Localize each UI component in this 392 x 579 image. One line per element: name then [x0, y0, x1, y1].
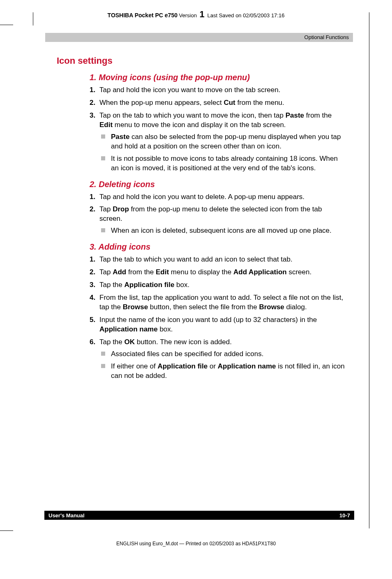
step-item: 1.Tap and hold the icon you want to move…: [99, 86, 345, 95]
subsection-deleting: 2. Deleting icons: [90, 180, 345, 189]
bullets-adding: Associated files can be specified for ad…: [99, 350, 345, 381]
bullets-moving: Paste can also be selected from the pop-…: [99, 132, 345, 173]
steps-deleting: 1.Tap and hold the icon you want to dele…: [90, 192, 345, 236]
step-item: 2.Tap Drop from the pop-up menu to delet…: [99, 205, 345, 236]
section-title: Icon settings: [57, 56, 345, 66]
subsection-moving: 1. Moving icons (using the pop-up menu): [90, 73, 345, 82]
step-item: 1.Tap the tab to which you want to add a…: [99, 255, 345, 264]
chapter-text: Optional Functions: [304, 34, 349, 40]
footer-bar: User's Manual 10-7: [44, 511, 354, 520]
saved-date: Last Saved on 02/05/2003 17:16: [207, 12, 284, 19]
steps-adding: 1.Tap the tab to which you want to add a…: [90, 255, 345, 380]
step-item: 6.Tap the OK button. The new icon is add…: [99, 338, 345, 381]
footer-print: ENGLISH using Euro_M.dot — Printed on 02…: [0, 541, 392, 547]
bullet-item: When an icon is deleted, subsequent icon…: [111, 226, 345, 236]
crop-mark: [0, 25, 13, 25]
subsection-adding: 3. Adding icons: [90, 242, 345, 252]
product-name: TOSHIBA Pocket PC e750: [108, 12, 178, 19]
page-header: TOSHIBA Pocket PC e750 Version 1 Last Sa…: [0, 9, 392, 20]
step-item: 3.Tap the Application file box.: [99, 280, 345, 290]
footer-right: 10-7: [339, 512, 350, 519]
crop-mark: [0, 530, 13, 531]
version-label: Version: [179, 12, 197, 19]
version-number: 1: [200, 9, 205, 19]
step-item: 2.Tap Add from the Edit menu to display …: [99, 268, 345, 277]
step-item: 2.When the pop-up menu appears, select C…: [99, 98, 345, 108]
bullet-item: It is not possible to move icons to tabs…: [111, 154, 345, 173]
bullets-deleting: When an icon is deleted, subsequent icon…: [99, 226, 345, 236]
content-area: Icon settings 1. Moving icons (using the…: [57, 56, 345, 384]
step-item: 1.Tap and hold the icon you want to dele…: [99, 192, 345, 202]
steps-moving: 1.Tap and hold the icon you want to move…: [90, 86, 345, 173]
bullet-item: If either one of Application file or App…: [111, 362, 345, 381]
bullet-item: Associated files can be specified for ad…: [111, 350, 345, 359]
bullet-item: Paste can also be selected from the pop-…: [111, 132, 345, 151]
chapter-band: Optional Functions: [45, 33, 353, 42]
step-item: 3.Tap on the tab to which you want to mo…: [99, 111, 345, 173]
step-item: 5.Input the name of the icon you want to…: [99, 315, 345, 334]
crop-mark: [369, 12, 369, 528]
step-item: 4.From the list, tap the application you…: [99, 293, 345, 312]
footer-left: User's Manual: [48, 512, 85, 519]
